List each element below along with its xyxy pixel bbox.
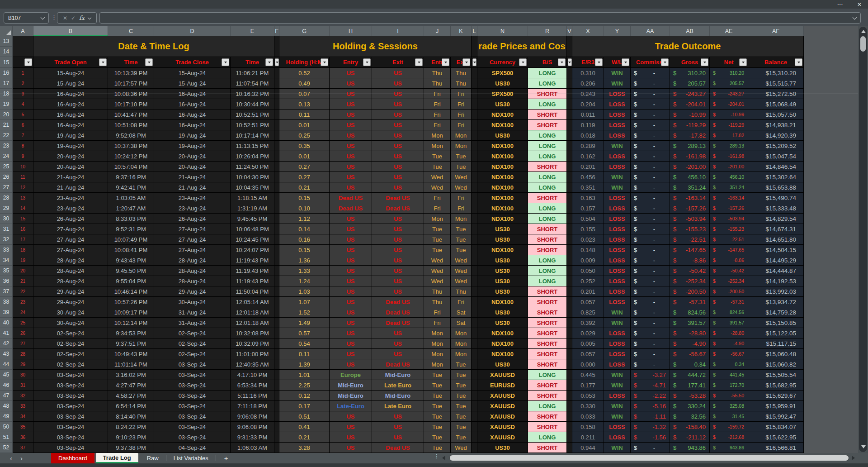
cell-H35[interactable]: US [330, 266, 372, 276]
scroll-up-icon[interactable] [861, 30, 866, 33]
cell-E20[interactable]: 10:52:51 PM [231, 110, 274, 120]
cell-A36[interactable]: 21 [13, 276, 33, 286]
cell-AA41[interactable]: $- [631, 328, 670, 338]
cell-F41[interactable] [274, 328, 279, 338]
cell-H27[interactable]: US [330, 182, 372, 193]
cell-F48[interactable] [274, 401, 279, 411]
cell-AE27[interactable]: $351.24 [710, 182, 748, 193]
cell-J37[interactable]: Thu [424, 286, 451, 297]
cell-K28[interactable]: Fri [451, 193, 472, 203]
cell-V40[interactable] [567, 318, 572, 328]
cell-C30[interactable]: 8:33:03 PM [108, 214, 154, 224]
row-header-20[interactable]: 20 [0, 110, 13, 120]
cell-AA39[interactable]: $- [631, 307, 670, 318]
cell-N23[interactable]: NDX100 [477, 141, 528, 151]
cell-E47[interactable]: 5:11:16 PM [231, 391, 274, 401]
cell-G26[interactable]: 0.27 [279, 172, 330, 182]
cell-N17[interactable]: US30 [477, 78, 528, 89]
cell-Y22[interactable]: LOSS [604, 130, 631, 141]
cell-A48[interactable]: 33 [13, 401, 33, 411]
cell-K33[interactable]: Tue [451, 245, 472, 255]
vertical-scrollbar-thumb[interactable] [860, 36, 866, 52]
cell-Y24[interactable]: LOSS [604, 151, 631, 162]
filter-header-V[interactable] [567, 57, 572, 68]
row-header-42[interactable]: 42 [0, 338, 13, 349]
cell-AE22[interactable]: $-17.82 [710, 130, 748, 141]
cell-I51[interactable]: US [372, 432, 424, 443]
cell-F52[interactable] [274, 443, 279, 453]
cell-V47[interactable] [567, 391, 572, 401]
cell-R34[interactable]: LONG [528, 255, 567, 266]
cell-I26[interactable]: US [372, 172, 424, 182]
cell-X24[interactable]: 0.162 [572, 151, 604, 162]
cell-C35[interactable]: 9:45:50 PM [108, 266, 154, 276]
cell-AE20[interactable]: $-10.99 [710, 110, 748, 120]
cell-F45[interactable] [274, 370, 279, 380]
cell-H33[interactable]: US [330, 245, 372, 255]
filter-header-AF[interactable]: Balance [748, 57, 804, 68]
cell-X42[interactable]: 0.005 [572, 338, 604, 349]
cell-H48[interactable]: Late-Euro [330, 401, 372, 411]
cell-R32[interactable]: SHORT [528, 234, 567, 245]
cell-V22[interactable] [567, 130, 572, 141]
cell-A47[interactable]: 32 [13, 391, 33, 401]
sheet-tab-dashboard[interactable]: Dashboard [51, 453, 94, 463]
cell-AF50[interactable]: $15,834.07 [748, 422, 804, 432]
cell-N20[interactable]: NDX100 [477, 110, 528, 120]
cell-AE23[interactable]: $289.13 [710, 141, 748, 151]
cell-F43[interactable] [274, 349, 279, 359]
scroll-right-icon[interactable] [852, 456, 855, 460]
cell-Y42[interactable]: LOSS [604, 338, 631, 349]
filter-header-R[interactable]: B/S [528, 57, 567, 68]
row-header-43[interactable]: 43 [0, 349, 13, 359]
name-box[interactable]: B107 [4, 12, 49, 24]
filter-header-K[interactable]: Exi [451, 57, 472, 68]
cell-C48[interactable]: 6:54:14 PM [108, 401, 154, 411]
cell-AE24[interactable]: $-161.98 [710, 151, 748, 162]
cell-AB32[interactable]: $-22.51 [670, 234, 710, 245]
cell-R38[interactable]: SHORT [528, 297, 567, 307]
filter-header-H[interactable]: Entry [330, 57, 372, 68]
cell-AE34[interactable]: $-8.86 [710, 255, 748, 266]
cell-G25[interactable]: 0.27 [279, 162, 330, 172]
filter-header-J[interactable]: Entr [424, 57, 451, 68]
cell-AA46[interactable]: $-4.71 [631, 380, 670, 391]
cell-A29[interactable]: 14 [13, 203, 33, 214]
cell-E46[interactable]: 6:53:34 PM [231, 380, 274, 391]
cell-B21[interactable]: 16-Aug-24 [33, 120, 108, 130]
cell-J19[interactable]: Fri [424, 99, 451, 110]
cell-F47[interactable] [274, 391, 279, 401]
cell-J23[interactable]: Mon [424, 141, 451, 151]
filter-header-AB[interactable]: Gross [670, 57, 710, 68]
cell-D41[interactable]: 02-Sep-24 [154, 328, 231, 338]
cell-K19[interactable]: Fri [451, 99, 472, 110]
cell-AE19[interactable]: $-204.01 [710, 99, 748, 110]
cell-L37[interactable] [472, 286, 477, 297]
filter-dropdown-button[interactable] [472, 58, 476, 66]
cell-E51[interactable]: 9:31:33 PM [231, 432, 274, 443]
section-title-1[interactable]: Date & Time Log [33, 36, 274, 57]
cell-Y50[interactable]: LOSS [604, 422, 631, 432]
cell-X46[interactable]: 0.177 [572, 380, 604, 391]
select-all-corner[interactable] [0, 26, 13, 36]
cell-AA47[interactable]: $-2.22 [631, 391, 670, 401]
cell-D51[interactable]: 03-Sep-24 [154, 432, 231, 443]
cell-N21[interactable]: NDX100 [477, 120, 528, 130]
cell-V17[interactable] [567, 78, 572, 89]
cell-K49[interactable]: Tue [451, 411, 472, 422]
cell-B33[interactable]: 27-Aug-24 [33, 245, 108, 255]
filter-dropdown-button[interactable] [795, 58, 802, 66]
cell-AA23[interactable]: $- [631, 141, 670, 151]
cell-K32[interactable]: Tue [451, 234, 472, 245]
cell-F27[interactable] [274, 182, 279, 193]
cell-C17[interactable]: 10:17:57 PM [108, 78, 154, 89]
row-header-27[interactable]: 27 [0, 182, 13, 193]
cell-C31[interactable]: 9:52:31 PM [108, 224, 154, 234]
row-header-25[interactable]: 25 [0, 162, 13, 172]
filter-dropdown-button[interactable] [558, 58, 566, 66]
filter-header-F[interactable] [274, 57, 279, 68]
cell-G35[interactable]: 1.33 [279, 266, 330, 276]
cell-E21[interactable]: 10:52:51 PM [231, 120, 274, 130]
cell-A35[interactable]: 20 [13, 266, 33, 276]
cell-I19[interactable]: US [372, 99, 424, 110]
